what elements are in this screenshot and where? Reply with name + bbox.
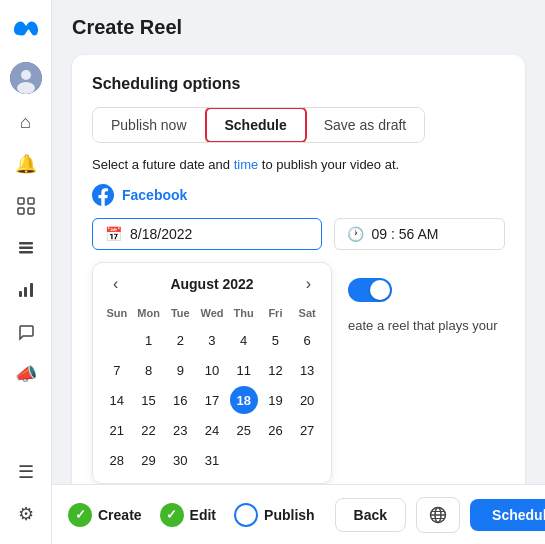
step-edit: ✓ Edit <box>160 503 216 527</box>
toggle[interactable] <box>348 278 392 302</box>
schedule-button[interactable]: Schedule <box>470 499 545 531</box>
svg-point-3 <box>17 82 35 94</box>
bottom-bar: ✓ Create ✓ Edit Publish Back Schedule <box>52 484 545 544</box>
calendar-day[interactable]: 24 <box>198 416 226 444</box>
sidebar-item-layers[interactable] <box>8 230 44 266</box>
calendar-day[interactable]: 20 <box>293 386 321 414</box>
sidebar-item-chat[interactable] <box>8 314 44 350</box>
svg-rect-13 <box>30 283 33 297</box>
sidebar-item-home[interactable]: ⌂ <box>8 104 44 140</box>
step-edit-label: Edit <box>190 507 216 523</box>
sidebar: ⌂ 🔔 📣 ☰ ⚙ <box>0 0 52 544</box>
sidebar-item-menu[interactable]: ☰ <box>8 454 44 490</box>
calendar-day[interactable]: 2 <box>166 326 194 354</box>
clock-icon: 🕐 <box>347 226 364 242</box>
globe-icon <box>429 506 447 524</box>
scheduling-card: Scheduling options Publish now Schedule … <box>72 55 525 484</box>
tab-schedule[interactable]: Schedule <box>205 107 307 143</box>
platform-name[interactable]: Facebook <box>122 187 187 203</box>
calendar-day[interactable]: 17 <box>198 386 226 414</box>
avatar[interactable] <box>10 62 42 94</box>
svg-rect-11 <box>19 291 22 297</box>
time-input[interactable]: 🕐 09 : 56 AM <box>334 218 505 250</box>
reel-preview-text: eate a reel that plays your <box>348 318 505 333</box>
calendar-week-row: 123456 <box>101 325 323 355</box>
calendar-day[interactable]: 7 <box>103 356 131 384</box>
facebook-icon <box>92 184 114 206</box>
calendar-day[interactable]: 25 <box>230 416 258 444</box>
calendar-day[interactable]: 11 <box>230 356 258 384</box>
svg-rect-9 <box>19 247 33 250</box>
calendar-day[interactable]: 26 <box>261 416 289 444</box>
calendar-day[interactable]: 10 <box>198 356 226 384</box>
calendar-day[interactable]: 31 <box>198 446 226 474</box>
date-value: 8/18/2022 <box>130 226 192 242</box>
calendar-day[interactable]: 15 <box>135 386 163 414</box>
calendar-day[interactable]: 21 <box>103 416 131 444</box>
tab-save-draft[interactable]: Save as draft <box>306 108 425 142</box>
step-publish-label: Publish <box>264 507 315 523</box>
svg-rect-10 <box>19 251 33 254</box>
calendar-day[interactable]: 13 <box>293 356 321 384</box>
tab-publish-now[interactable]: Publish now <box>93 108 206 142</box>
calendar-day <box>293 446 321 474</box>
sidebar-item-settings[interactable]: ⚙ <box>8 496 44 532</box>
page-title: Create Reel <box>72 16 525 39</box>
svg-rect-7 <box>28 208 34 214</box>
globe-button[interactable] <box>416 497 460 533</box>
right-col: eate a reel that plays your <box>348 262 505 333</box>
calendar-week-row: 21222324252627 <box>101 415 323 445</box>
calendar-prev-btn[interactable]: ‹ <box>107 273 124 295</box>
datetime-row: 📅 8/18/2022 🕐 09 : 56 AM <box>92 218 505 250</box>
svg-point-2 <box>21 70 31 80</box>
calendar-day[interactable]: 23 <box>166 416 194 444</box>
calendar-day[interactable]: 22 <box>135 416 163 444</box>
calendar-week-row: 14151617181920 <box>101 385 323 415</box>
calendar-week-row: 78910111213 <box>101 355 323 385</box>
step-create: ✓ Create <box>68 503 142 527</box>
info-text-time[interactable]: time <box>234 157 259 172</box>
info-text: Select a future date and time to publish… <box>92 157 505 172</box>
calendar-day[interactable]: 30 <box>166 446 194 474</box>
calendar-month-year: August 2022 <box>170 276 253 292</box>
calendar-day <box>103 326 131 354</box>
calendar-days: 1234567891011121314151617181920212223242… <box>101 325 323 475</box>
calendar-day[interactable]: 19 <box>261 386 289 414</box>
calendar-day[interactable]: 29 <box>135 446 163 474</box>
calendar-day[interactable]: 5 <box>261 326 289 354</box>
sidebar-item-notifications[interactable]: 🔔 <box>8 146 44 182</box>
calendar-day[interactable]: 1 <box>135 326 163 354</box>
calendar: ‹ August 2022 › Sun Mon Tue Wed Thu <box>92 262 332 484</box>
calendar-col: ‹ August 2022 › Sun Mon Tue Wed Thu <box>92 262 332 484</box>
dow-sat: Sat <box>291 305 323 321</box>
calendar-day <box>230 446 258 474</box>
calendar-dow-row: Sun Mon Tue Wed Thu Fri Sat <box>101 305 323 321</box>
dow-fri: Fri <box>260 305 292 321</box>
dow-sun: Sun <box>101 305 133 321</box>
calendar-next-btn[interactable]: › <box>300 273 317 295</box>
calendar-day[interactable]: 18 <box>230 386 258 414</box>
sidebar-item-grid[interactable] <box>8 188 44 224</box>
calendar-day[interactable]: 12 <box>261 356 289 384</box>
sidebar-item-megaphone[interactable]: 📣 <box>8 356 44 392</box>
back-button[interactable]: Back <box>335 498 406 532</box>
time-value: 09 : 56 AM <box>372 226 439 242</box>
calendar-day[interactable]: 4 <box>230 326 258 354</box>
calendar-day[interactable]: 28 <box>103 446 131 474</box>
info-text-part1: Select a future date and <box>92 157 234 172</box>
svg-rect-4 <box>18 198 24 204</box>
calendar-day[interactable]: 27 <box>293 416 321 444</box>
sidebar-item-chart[interactable] <box>8 272 44 308</box>
date-input[interactable]: 📅 8/18/2022 <box>92 218 322 250</box>
calendar-day[interactable]: 14 <box>103 386 131 414</box>
dow-mon: Mon <box>133 305 165 321</box>
calendar-day <box>261 446 289 474</box>
dow-wed: Wed <box>196 305 228 321</box>
main-content: Create Reel Scheduling options Publish n… <box>52 0 545 544</box>
calendar-day[interactable]: 3 <box>198 326 226 354</box>
calendar-day[interactable]: 16 <box>166 386 194 414</box>
calendar-day[interactable]: 8 <box>135 356 163 384</box>
calendar-day[interactable]: 9 <box>166 356 194 384</box>
content-row: ‹ August 2022 › Sun Mon Tue Wed Thu <box>92 262 505 484</box>
calendar-day[interactable]: 6 <box>293 326 321 354</box>
